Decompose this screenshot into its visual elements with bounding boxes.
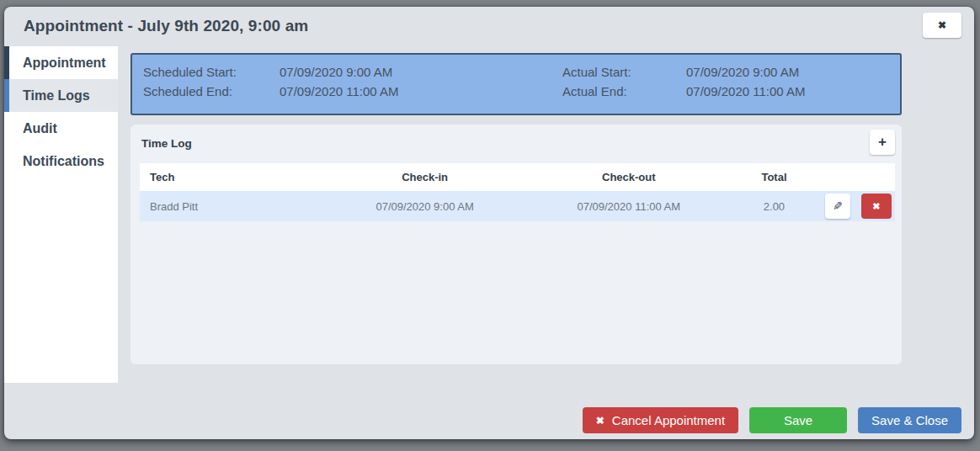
scheduled-end-label: Scheduled End: [143,84,232,98]
plus-icon: + [878,134,887,151]
sidebar-item-label: Appointment [23,56,106,71]
scheduled-end-value: 07/09/2020 11:00 AM [280,84,399,98]
actual-start-label: Actual Start: [562,65,631,79]
sidebar-item-appointment[interactable]: Appointment [4,46,118,79]
time-log-title: Time Log [141,137,192,150]
cancel-x-icon: ✖ [596,415,605,427]
cancel-appointment-label: Cancel Appointment [612,413,725,427]
save-and-close-label: Save & Close [871,413,948,427]
cell-total: 2.00 [740,200,808,213]
save-label: Save [784,413,812,427]
edit-time-log-button[interactable]: ✎ [825,194,850,219]
actual-end-value: 07/09/2020 11:00 AM [686,84,806,98]
cell-tech: Bradd Pitt [140,200,333,213]
sidebar-item-notifications[interactable]: Notifications [4,145,118,178]
actual-start-value: 07/09/2020 9:00 AM [686,65,799,79]
scheduled-start-label: Scheduled Start: [143,65,237,79]
column-header-tech: Tech [140,171,333,183]
actual-end-label: Actual End: [562,84,627,98]
footer-actions: ✖ Cancel Appointment Save Save & Close [583,407,961,433]
time-log-table: Tech Check-in Check-out Total Bradd Pitt… [140,163,895,221]
scheduled-start-value: 07/09/2020 9:00 AM [280,65,392,79]
sidebar-item-audit[interactable]: Audit [4,112,118,145]
cell-check-out: 07/09/2020 11:00 AM [517,200,740,213]
add-time-log-button[interactable]: + [870,130,895,155]
delete-x-icon: ✖ [872,201,880,212]
save-and-close-button[interactable]: Save & Close [858,407,961,433]
sidebar-item-label: Audit [23,121,57,136]
close-button[interactable]: ✖ [923,13,961,38]
cell-check-in: 07/09/2020 9:00 AM [333,200,518,213]
table-header-row: Tech Check-in Check-out Total [140,163,895,191]
sidebar-item-label: Notifications [23,154,104,169]
appointment-modal: Appointment - July 9th 2020, 9:00 am ✖ A… [4,7,974,439]
close-icon: ✖ [938,19,946,31]
delete-time-log-button[interactable]: ✖ [861,194,892,219]
schedule-summary-panel: Scheduled Start: 07/09/2020 9:00 AM Sche… [130,53,902,115]
table-row: Bradd Pitt 07/09/2020 9:00 AM 07/09/2020… [140,191,895,221]
column-header-total: Total [740,171,808,183]
sidebar-item-label: Time Logs [23,88,90,103]
sidebar-item-time-logs[interactable]: Time Logs [4,79,118,112]
modal-title: Appointment - July 9th 2020, 9:00 am [24,17,308,35]
time-log-section: Time Log + Tech Check-in Check-out Total… [130,125,902,364]
save-button[interactable]: Save [749,407,847,433]
cancel-appointment-button[interactable]: ✖ Cancel Appointment [583,407,738,433]
column-header-check-in: Check-in [333,171,518,183]
sidebar-tabs: Appointment Time Logs Audit Notification… [4,46,118,383]
pencil-icon: ✎ [833,199,843,213]
column-header-check-out: Check-out [517,171,740,183]
page-backdrop: Appointment - July 9th 2020, 9:00 am ✖ A… [0,0,980,451]
